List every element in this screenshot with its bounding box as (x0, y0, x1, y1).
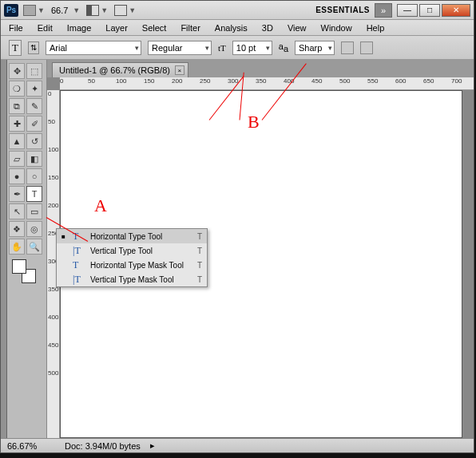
wand-tool[interactable]: ✦ (26, 81, 42, 97)
panel-grip[interactable] (1, 60, 7, 438)
history-tool[interactable]: ↺ (26, 133, 42, 149)
zoom-tool[interactable]: 🔍 (26, 239, 42, 255)
font-family-combo[interactable]: Arial (46, 41, 141, 55)
stamp-tool[interactable]: ▲ (9, 133, 25, 149)
flyout-item[interactable]: THorizontal Type Mask ToolT (57, 258, 207, 272)
bridge-dropdown-icon[interactable]: ▼ (38, 6, 45, 14)
document-tab[interactable]: Untitled-1 @ 66.7% (RGB/8) × (52, 62, 188, 77)
blur-tool[interactable]: ● (9, 168, 25, 184)
layout-dropdown-icon[interactable]: ▼ (101, 6, 108, 14)
font-size-combo[interactable]: 10 pt (232, 41, 272, 55)
type-icon: T (73, 259, 85, 271)
menu-bar: File Edit Image Layer Select Filter Anal… (1, 20, 474, 36)
menu-layer[interactable]: Layer (105, 23, 128, 33)
title-zoom[interactable]: 66.7 (51, 6, 68, 15)
font-size-icon: tT (218, 43, 226, 53)
menu-view[interactable]: View (288, 23, 307, 33)
move-tool[interactable]: ✥ (9, 63, 25, 79)
document-tab-bar: Untitled-1 @ 66.7% (RGB/8) × (47, 60, 474, 77)
path-tool[interactable]: ↖ (9, 203, 25, 219)
eraser-tool[interactable]: ▱ (9, 151, 25, 167)
hand-tool[interactable]: ✋ (9, 239, 25, 255)
workspace-label[interactable]: ESSENTIALS (315, 6, 370, 14)
font-style-combo[interactable]: Regular (148, 41, 212, 55)
options-bar: T ⇅ Arial Regular tT 10 pt aa Sharp (1, 36, 474, 60)
menu-3d[interactable]: 3D (262, 23, 273, 33)
bridge-icon[interactable] (23, 5, 36, 16)
zoom-dropdown-icon[interactable]: ▼ (73, 6, 80, 14)
3d-tool[interactable]: ❖ (9, 221, 25, 237)
antialias-combo[interactable]: Sharp (295, 41, 335, 55)
layout-icon[interactable] (86, 5, 99, 16)
dodge-tool[interactable]: ○ (26, 168, 42, 184)
ruler-horizontal: 0501001502002503003504004505005506006507… (60, 77, 474, 90)
shape-tool[interactable]: ▭ (26, 203, 42, 219)
menu-window[interactable]: Window (321, 23, 352, 33)
menu-analysis[interactable]: Analysis (215, 23, 248, 33)
tool-preset-icon[interactable]: T (9, 40, 22, 56)
menu-filter[interactable]: Filter (180, 23, 200, 33)
type-tool[interactable]: T (26, 186, 42, 202)
heal-tool[interactable]: ✚ (9, 116, 25, 132)
menu-file[interactable]: File (9, 23, 23, 33)
status-arrow-icon[interactable]: ▸ (150, 440, 155, 451)
marquee-tool[interactable]: ⬚ (26, 63, 42, 79)
flyout-item[interactable]: |TVertical Type Mask ToolT (57, 272, 207, 286)
status-zoom[interactable]: 66.67% (7, 441, 55, 451)
menu-help[interactable]: Help (367, 23, 385, 33)
camera-tool[interactable]: ◎ (26, 221, 42, 237)
type-icon: |T (73, 274, 85, 286)
screen-dropdown-icon[interactable]: ▼ (129, 6, 136, 14)
tools-panel: ✥ ⬚ ❍ ✦ ⧉ ✎ ✚ ✐ ▲ ↺ ▱ ◧ ● ○ ✒ T ↖ ▭ ❖ ◎ … (7, 60, 47, 438)
status-bar: 66.67% Doc: 3.94M/0 bytes ▸ (1, 438, 474, 452)
maximize-button[interactable]: □ (419, 4, 440, 17)
antialias-icon: aa (279, 41, 288, 53)
tab-close-icon[interactable]: × (175, 65, 184, 75)
titlebar: Ps ▼ 66.7 ▼ ▼ ▼ ESSENTIALS » — □ ✕ (1, 1, 474, 20)
minimize-button[interactable]: — (397, 4, 418, 17)
menu-image[interactable]: Image (67, 23, 92, 33)
expand-panels-button[interactable]: » (375, 3, 392, 18)
crop-tool[interactable]: ⧉ (9, 98, 25, 114)
menu-edit[interactable]: Edit (38, 23, 53, 33)
brush-tool[interactable]: ✐ (26, 116, 42, 132)
close-button[interactable]: ✕ (442, 4, 470, 17)
color-swatch[interactable] (12, 259, 36, 283)
pen-tool[interactable]: ✒ (9, 186, 25, 202)
status-doc: Doc: 3.94M/0 bytes (65, 441, 141, 451)
align-center-button[interactable] (360, 41, 373, 54)
type-tool-flyout: ■THorizontal Type ToolT|TVertical Type T… (56, 228, 208, 287)
gradient-tool[interactable]: ◧ (26, 151, 42, 167)
text-orientation-button[interactable]: ⇅ (28, 41, 39, 54)
eyedropper-tool[interactable]: ✎ (26, 98, 42, 114)
flyout-item[interactable]: |TVertical Type ToolT (57, 243, 207, 258)
type-icon: |T (73, 245, 85, 257)
menu-select[interactable]: Select (142, 23, 167, 33)
lasso-tool[interactable]: ❍ (9, 81, 25, 97)
screenmode-icon[interactable] (114, 5, 127, 16)
app-window: Ps ▼ 66.7 ▼ ▼ ▼ ESSENTIALS » — □ ✕ File … (0, 0, 474, 453)
app-icon: Ps (4, 4, 18, 17)
align-left-button[interactable] (341, 41, 354, 54)
